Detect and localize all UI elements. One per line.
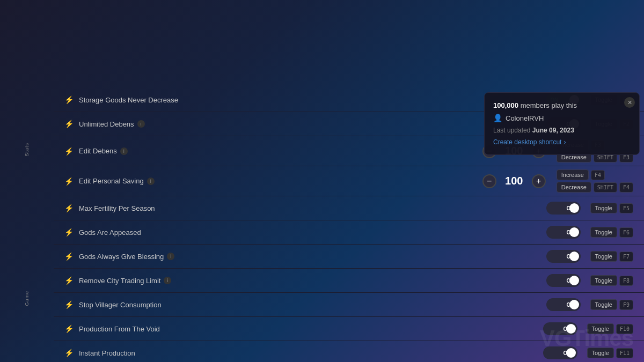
mod-row-stop-villager: ⚡ Stop Villager Consumption OFF Toggle F… xyxy=(54,293,644,317)
toggle-key-btn-8[interactable]: Toggle xyxy=(590,275,617,286)
toggle-knob-10 xyxy=(566,324,576,334)
mod-bolt-icon-10: ⚡ xyxy=(64,324,74,333)
mod-name-storage-goods: Storage Goods Never Decrease xyxy=(79,96,541,104)
saving-increase-btn[interactable]: + xyxy=(532,174,546,188)
key-badge-f9: F9 xyxy=(619,300,633,310)
mod-name-remove-trading: Remove City Trading Limit i xyxy=(79,277,541,285)
game-label: Game xyxy=(24,291,30,306)
mod-bolt-icon-5: ⚡ xyxy=(64,204,74,212)
key-badge-f6: F6 xyxy=(619,227,633,238)
toggle-instant-production[interactable]: OFF xyxy=(543,346,577,359)
toggle-remove-trading[interactable]: OFF xyxy=(546,274,581,287)
mod-row-max-fertility: ⚡ Max Fertility Per Season OFF Toggle F5 xyxy=(54,196,644,220)
saving-decrease-btn[interactable]: − xyxy=(482,174,496,188)
mod-row-production-void: ⚡ Production From The Void OFF Toggle F1… xyxy=(54,317,644,341)
toggle-gods-appeased[interactable]: OFF xyxy=(546,226,581,239)
mods-container[interactable]: ✕ 100,000 members play this 👤 ColonelRVH… xyxy=(54,88,644,362)
toggle-knob-8 xyxy=(569,276,579,285)
controls-production-void: Toggle F10 xyxy=(587,323,633,334)
mod-name-gods-blessing: Gods Always Give Blessing i xyxy=(79,253,541,261)
key-badge-f8: F8 xyxy=(619,276,633,286)
increase-label-2: Increase xyxy=(557,169,589,180)
desktop-shortcut-link[interactable]: Create desktop shortcut › xyxy=(493,138,631,146)
saving-value: 100 xyxy=(501,175,528,187)
info-badge-7[interactable]: i xyxy=(167,253,174,260)
info-badge-8[interactable]: i xyxy=(164,277,171,284)
mod-bolt-icon-7: ⚡ xyxy=(64,252,74,261)
desktop-shortcut-label: Create desktop shortcut xyxy=(493,138,561,146)
mod-bolt-icon-3: ⚡ xyxy=(64,147,74,156)
mod-name-edit-saving: Edit Personal Saving i xyxy=(79,177,477,185)
toggle-key-btn-10[interactable]: Toggle xyxy=(587,323,614,334)
mod-row-edit-saving: ⚡ Edit Personal Saving i − 100 + Increas… xyxy=(54,166,644,196)
mod-row-instant-production: ⚡ Instant Production OFF Toggle F11 xyxy=(54,341,644,362)
saving-key-controls: Increase F4 Decrease SHIFT F4 xyxy=(557,169,633,193)
saving-increase-key[interactable]: Increase F4 xyxy=(557,169,633,180)
mod-name-max-fertility: Max Fertility Per Season xyxy=(79,204,541,212)
last-updated: Last updated June 09, 2023 xyxy=(493,127,631,134)
toggle-stop-villager[interactable]: OFF xyxy=(546,298,581,311)
members-count: 100,000 xyxy=(493,101,518,109)
key-badge-f7: F7 xyxy=(619,252,633,262)
controls-remove-trading: Toggle F8 xyxy=(590,275,633,286)
info-badge-4[interactable]: i xyxy=(147,178,155,185)
toggle-gods-blessing[interactable]: OFF xyxy=(546,250,581,263)
mod-name-gods-appeased: Gods Are Appeased xyxy=(79,228,541,237)
last-updated-label: Last updated xyxy=(493,127,530,134)
author-name: ColonelRVH xyxy=(506,114,544,122)
controls-instant-production: Toggle F11 xyxy=(587,348,633,358)
last-updated-date: June 09, 2023 xyxy=(532,127,574,134)
dec-key-badge-2: F4 xyxy=(619,182,633,193)
key-badge-f11: F11 xyxy=(616,348,633,358)
toggle-knob-7 xyxy=(569,252,579,261)
toggle-key-btn-9[interactable]: Toggle xyxy=(590,299,617,310)
mod-row-gods-appeased: ⚡ Gods Are Appeased OFF Toggle F6 xyxy=(54,220,644,245)
toggle-key-btn-6[interactable]: Toggle xyxy=(590,227,617,238)
edit-saving-controls: − 100 + xyxy=(482,174,546,188)
inc-key-badge-2: F4 xyxy=(591,170,605,180)
controls-stop-villager: Toggle F9 xyxy=(590,299,633,310)
toggle-key-btn-7[interactable]: Toggle xyxy=(590,251,617,262)
shift-badge-2: SHIFT xyxy=(594,182,617,193)
author-row: 👤 ColonelRVH xyxy=(493,114,631,122)
mod-name-unlimited-debens: Unlimited Debens i xyxy=(79,120,541,128)
toggle-knob-9 xyxy=(569,300,579,309)
toggle-knob-6 xyxy=(569,227,579,237)
info-panel-close-button[interactable]: ✕ xyxy=(624,97,635,108)
toggle-knob-5 xyxy=(569,203,579,213)
info-badge-2[interactable]: i xyxy=(137,120,145,128)
mod-name-edit-debens: Edit Debens i xyxy=(79,147,477,155)
info-panel: ✕ 100,000 members play this 👤 ColonelRVH… xyxy=(484,92,640,155)
toggle-key-btn-5[interactable]: Toggle xyxy=(590,203,617,213)
toggle-knob-11 xyxy=(566,348,576,358)
controls-max-fertility: Toggle F5 xyxy=(590,203,633,213)
mod-bolt-icon-4: ⚡ xyxy=(64,177,74,186)
controls-gods-blessing: Toggle F7 xyxy=(590,251,633,262)
mod-name-instant-production: Instant Production xyxy=(79,349,538,357)
members-suffix: members play this xyxy=(521,101,577,109)
toggle-production-void[interactable]: OFF xyxy=(543,322,577,335)
mod-bolt-icon-2: ⚡ xyxy=(64,120,74,128)
mod-bolt-icon-11: ⚡ xyxy=(64,349,74,357)
toggle-key-btn-11[interactable]: Toggle xyxy=(587,348,614,358)
mod-bolt-icon-9: ⚡ xyxy=(64,300,74,309)
key-badge-f10: F10 xyxy=(616,324,633,334)
key-badge-f5: F5 xyxy=(619,203,633,213)
mod-bolt-icon-8: ⚡ xyxy=(64,276,74,285)
mod-bolt-icon-6: ⚡ xyxy=(64,228,74,237)
mod-row-remove-trading: ⚡ Remove City Trading Limit i OFF Toggle… xyxy=(54,269,644,293)
mod-bolt-icon: ⚡ xyxy=(64,95,74,104)
info-badge-3[interactable]: i xyxy=(120,147,128,155)
toggle-max-fertility[interactable]: OFF xyxy=(546,202,581,215)
mod-name-production-void: Production From The Void xyxy=(79,325,538,333)
decrease-label-2: Decrease xyxy=(557,182,591,193)
author-icon: 👤 xyxy=(493,114,502,122)
arrow-icon: › xyxy=(564,138,566,146)
mod-name-stop-villager: Stop Villager Consumption xyxy=(79,301,541,309)
controls-gods-appeased: Toggle F6 xyxy=(590,227,633,238)
mod-row-gods-blessing: ⚡ Gods Always Give Blessing i OFF Toggle… xyxy=(54,245,644,269)
saving-decrease-key[interactable]: Decrease SHIFT F4 xyxy=(557,182,633,193)
inc-dec-saving: Increase F4 Decrease SHIFT F4 xyxy=(557,169,633,193)
stats-label: Stats xyxy=(24,143,30,157)
members-text: 100,000 members play this xyxy=(493,101,631,109)
